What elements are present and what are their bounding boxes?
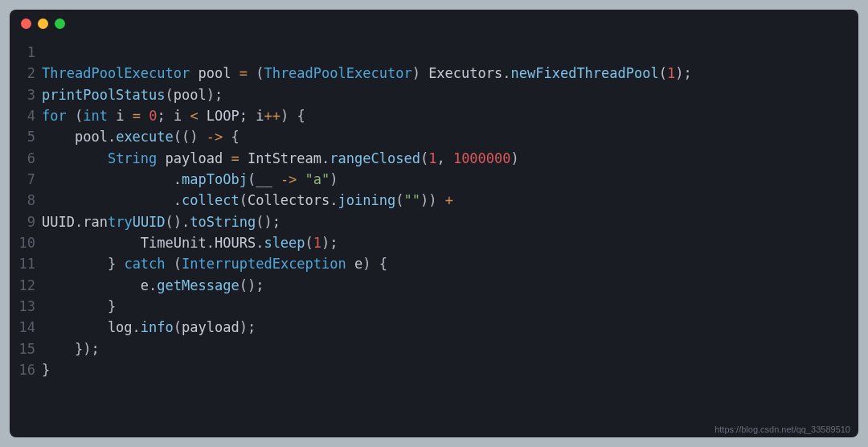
line-number: 7 [10, 169, 42, 190]
code-content: String payload = IntStream.rangeClosed(1… [42, 148, 519, 169]
line-number: 8 [10, 190, 42, 211]
code-line: 7 .mapToObj(__ -> "a") [10, 169, 858, 190]
code-editor-area[interactable]: 12ThreadPoolExecutor pool = (ThreadPoolE… [10, 37, 858, 437]
line-number: 2 [10, 63, 42, 84]
maximize-icon[interactable] [55, 18, 65, 29]
close-icon[interactable] [21, 18, 31, 29]
code-line: 8 .collect(Collectors.joining("")) + [10, 190, 858, 211]
code-line: 5 pool.execute(() -> { [10, 126, 858, 147]
code-content: for (int i = 0; i < LOOP; i++) { [42, 105, 305, 126]
code-content: } catch (InterruptedException e) { [42, 253, 387, 274]
line-number: 10 [10, 232, 42, 253]
line-number: 9 [10, 211, 42, 232]
code-line: 10 TimeUnit.HOURS.sleep(1); [10, 232, 858, 253]
minimize-icon[interactable] [38, 18, 48, 29]
code-line: 9UUID.rantryUUID().toString(); [10, 211, 858, 232]
line-number: 11 [10, 253, 42, 274]
code-line: 14 log.info(payload); [10, 317, 858, 338]
line-number: 16 [10, 359, 42, 380]
line-number: 12 [10, 275, 42, 296]
code-line: 3printPoolStatus(pool); [10, 84, 858, 105]
code-line: 4for (int i = 0; i < LOOP; i++) { [10, 105, 858, 126]
line-number: 13 [10, 296, 42, 317]
code-content: TimeUnit.HOURS.sleep(1); [42, 232, 338, 253]
code-content: e.getMessage(); [42, 275, 264, 296]
code-line: 13 } [10, 296, 858, 317]
line-number: 5 [10, 126, 42, 147]
code-content: ThreadPoolExecutor pool = (ThreadPoolExe… [42, 63, 692, 84]
line-number: 3 [10, 84, 42, 105]
code-line: 16} [10, 359, 858, 380]
code-content: pool.execute(() -> { [42, 126, 240, 147]
line-number: 15 [10, 338, 42, 359]
line-number: 4 [10, 105, 42, 126]
code-line: 2ThreadPoolExecutor pool = (ThreadPoolEx… [10, 63, 858, 84]
line-number: 14 [10, 317, 42, 338]
code-window: 12ThreadPoolExecutor pool = (ThreadPoolE… [10, 10, 858, 437]
watermark-text: https://blog.csdn.net/qq_33589510 [714, 424, 850, 434]
line-number: 6 [10, 148, 42, 169]
code-content: UUID.rantryUUID().toString(); [42, 211, 280, 232]
code-content: } [42, 296, 116, 317]
code-line: 1 [10, 42, 858, 63]
code-line: 6 String payload = IntStream.rangeClosed… [10, 148, 858, 169]
line-number: 1 [10, 42, 42, 63]
watermark-bar: https://blog.csdn.net/qq_33589510 [10, 424, 858, 436]
code-line: 15 }); [10, 338, 858, 359]
window-titlebar [10, 10, 858, 37]
code-line: 12 e.getMessage(); [10, 275, 858, 296]
code-content: } [42, 359, 50, 380]
code-content: }); [42, 338, 100, 359]
code-line: 11 } catch (InterruptedException e) { [10, 253, 858, 274]
code-content: printPoolStatus(pool); [42, 84, 223, 105]
code-content: log.info(payload); [42, 317, 256, 338]
code-content: .mapToObj(__ -> "a") [42, 169, 338, 190]
code-content: .collect(Collectors.joining("")) + [42, 190, 453, 211]
